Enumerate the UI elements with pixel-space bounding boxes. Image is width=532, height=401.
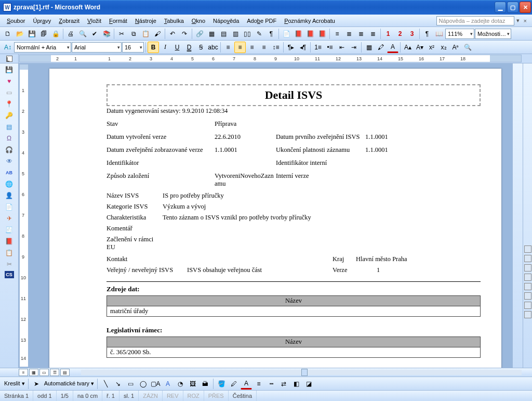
diagram-button[interactable]: ◔ — [175, 378, 186, 390]
acrobat3-button[interactable]: 📕 — [316, 28, 328, 40]
note-icon[interactable]: ▤ — [5, 122, 14, 132]
textbox-button[interactable]: ▢A — [150, 378, 161, 390]
spellcheck-button[interactable]: ✔ — [89, 28, 100, 40]
key-icon[interactable]: 🔑 — [5, 111, 14, 120]
drawing-button[interactable]: ✎ — [254, 28, 265, 40]
print-button[interactable]: 🖨 — [65, 28, 76, 40]
headphones-icon[interactable]: 🎧 — [5, 145, 14, 154]
bold-button[interactable]: B — [148, 42, 159, 53]
oval-button[interactable]: ◯ — [137, 378, 149, 390]
research-button[interactable]: 📚 — [101, 28, 112, 40]
omega-icon[interactable]: Ω — [5, 134, 14, 143]
ins-3-button[interactable]: ≣ — [355, 28, 367, 40]
clipart-button[interactable]: 🖼 — [187, 378, 198, 390]
dash-style-button[interactable]: ┅ — [265, 378, 277, 390]
strikethrough-button[interactable]: Ꞩ — [195, 42, 207, 53]
preview-button[interactable]: 🔍 — [77, 28, 88, 40]
3d-button[interactable]: ◪ — [303, 378, 314, 390]
cs-icon[interactable]: CS — [5, 271, 14, 278]
heart-icon[interactable]: ♥ — [5, 76, 14, 86]
num2-button[interactable]: 2 — [394, 28, 406, 40]
borders-button[interactable]: ▦ — [363, 42, 375, 53]
menu-tabulka[interactable]: Tabulka — [161, 17, 188, 25]
view-print[interactable]: ▭ — [39, 369, 49, 376]
docmap-button[interactable]: ¶ — [265, 28, 277, 40]
close-button[interactable]: ✕ — [520, 2, 531, 13]
undo-button[interactable]: ↶ — [167, 28, 178, 40]
rt1[interactable] — [524, 245, 531, 253]
invoice-icon[interactable]: 🧾 — [5, 225, 14, 235]
scissors-icon[interactable]: ✂ — [5, 260, 14, 269]
bullets-button[interactable]: •≡ — [324, 42, 336, 53]
italic-button[interactable]: I — [159, 42, 171, 53]
zoom-combo[interactable]: 111% — [445, 29, 474, 39]
ab-icon[interactable]: AB — [5, 168, 14, 177]
read-button[interactable]: 📖 — [433, 28, 445, 40]
ins-1-button[interactable]: ≡ — [331, 28, 343, 40]
menu-adobe-pdf[interactable]: Adobe PDF — [243, 17, 280, 25]
charfmt-button[interactable]: Aᵃ — [450, 42, 461, 53]
align-justify-button[interactable]: ≡ — [258, 42, 270, 53]
rt3[interactable] — [524, 264, 531, 271]
highlightabc-button[interactable]: abc — [207, 42, 219, 53]
menu-close-icon[interactable]: × — [522, 18, 529, 24]
draw-menu[interactable]: Kreslit ▾ — [3, 380, 26, 387]
maximize-button[interactable]: ▢ — [507, 2, 518, 13]
size-combo[interactable]: 16 — [122, 42, 144, 53]
tables-borders-button[interactable]: ▦ — [206, 28, 217, 40]
menu-upravy[interactable]: Úpravy — [29, 17, 55, 25]
open-button[interactable]: 📂 — [14, 28, 25, 40]
globe-icon[interactable]: 🌐 — [5, 179, 14, 189]
save-button[interactable]: 💾 — [26, 28, 37, 40]
view-normal[interactable]: ≡ — [19, 369, 28, 376]
style-combo[interactable]: Normální + Aria — [14, 42, 71, 53]
status-ext[interactable]: ROZ — [183, 391, 204, 401]
menu-poznamky-acrobatu[interactable]: Poznámky Acrobatu — [281, 17, 339, 25]
autoshapes-menu[interactable]: Automatické tvary ▾ — [43, 380, 95, 387]
view-outline[interactable]: ☰ — [50, 369, 59, 376]
page-icon[interactable]: ▭ — [5, 88, 14, 97]
picture-button[interactable]: 🏔 — [200, 378, 211, 390]
rt2[interactable] — [524, 255, 531, 262]
permission-button[interactable]: 🔒 — [50, 28, 61, 40]
saveall-button[interactable]: 🗐 — [38, 28, 49, 40]
align-center-button[interactable]: ≡ — [234, 42, 246, 53]
status-rev[interactable]: REV — [163, 391, 183, 401]
font-color2-button[interactable]: A — [241, 378, 252, 390]
help-search-box[interactable] — [436, 16, 514, 25]
para-button[interactable]: ¶ — [421, 28, 433, 40]
copy-button[interactable]: ⧉ — [128, 28, 139, 40]
cut-button[interactable]: ✂ — [116, 28, 127, 40]
redo-button[interactable]: ↷ — [179, 28, 190, 40]
rtl-button[interactable]: ◂¶ — [297, 42, 309, 53]
tab-selector[interactable]: L — [0, 54, 19, 63]
menu-nastroje[interactable]: Nástroje — [131, 17, 160, 25]
format-painter-button[interactable]: 🖌 — [152, 28, 163, 40]
doc-icon[interactable]: 📄 — [5, 202, 14, 212]
save-disk-icon[interactable]: 💾 — [5, 65, 14, 74]
shadow-button[interactable]: ◧ — [290, 378, 302, 390]
view-web[interactable]: ▦ — [29, 369, 38, 376]
columns-button[interactable]: ▯▯ — [242, 28, 253, 40]
help-input[interactable] — [436, 16, 514, 25]
pin-icon[interactable]: 📍 — [5, 99, 14, 109]
menu-zobrazit[interactable]: Zobrazit — [55, 17, 83, 25]
arrow-button[interactable]: ↘ — [112, 378, 124, 390]
document-area[interactable]: Detail ISVS Datum vygenerování sestavy: … — [29, 63, 512, 368]
status-ovr[interactable]: PŘES — [204, 391, 229, 401]
eye-icon[interactable]: 👁 — [5, 157, 14, 166]
paste-icon[interactable]: 📋 — [5, 248, 14, 257]
vertical-scrollbar[interactable] — [512, 63, 523, 368]
zoomtool-button[interactable]: 🔍 — [462, 42, 473, 53]
acrobat1-button[interactable]: 📕 — [292, 28, 304, 40]
menu-vlozit[interactable]: Vložit — [84, 17, 105, 25]
font-combo[interactable]: Arial — [72, 42, 122, 53]
rt4[interactable] — [524, 274, 531, 281]
style-quick-button[interactable]: A↕ — [2, 42, 14, 53]
ins-2-button[interactable]: ≣ — [343, 28, 355, 40]
num3-button[interactable]: 3 — [406, 28, 418, 40]
underline-button[interactable]: U — [171, 42, 183, 53]
line-style-button[interactable]: ≡ — [253, 378, 264, 390]
line-color-button[interactable]: 🖊 — [228, 378, 240, 390]
paste-button[interactable]: 📋 — [140, 28, 151, 40]
